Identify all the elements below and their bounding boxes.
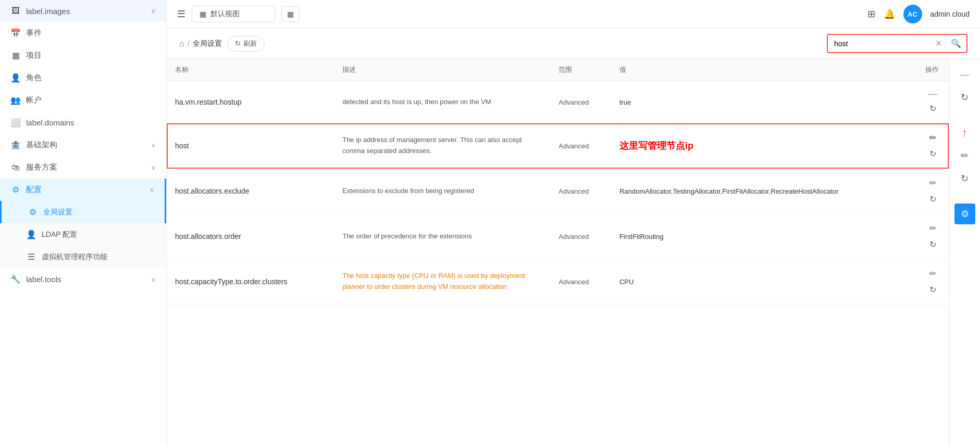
- chevron-down-icon: ∨: [151, 164, 156, 171]
- view-grid-icon: ▦: [200, 10, 206, 18]
- reset-button[interactable]: ↻: [925, 283, 940, 297]
- refresh-button[interactable]: ↻ 刷新: [227, 36, 265, 52]
- sidebar-item-label: 虚拟机管理程序功能: [42, 252, 107, 262]
- infrastructure-icon: 🏦: [10, 140, 21, 150]
- search-input[interactable]: [828, 36, 932, 52]
- sidebar: 🖼 label.images ∨ 📅 事件 ▦ 项目 👤 角色 👥 帐户 ⬜ l…: [0, 0, 167, 444]
- sidebar-item-label-images[interactable]: 🖼 label.images ∨: [0, 0, 166, 22]
- sidebar-item-service-plan[interactable]: 🛍 服务方案 ∨: [0, 156, 166, 179]
- right-red-arrow-button[interactable]: ↑: [954, 122, 975, 143]
- col-name: 名称: [167, 59, 334, 81]
- global-settings-icon: ⚙: [28, 207, 38, 217]
- reset-button[interactable]: ↻: [925, 237, 940, 251]
- ldap-icon: 👤: [26, 230, 36, 239]
- view-selector[interactable]: ▦ 默认视图: [192, 6, 275, 22]
- action-buttons: — ↻: [925, 88, 940, 116]
- sidebar-item-label: label.tools: [26, 275, 61, 284]
- setting-value: RandomAllocator,TestingAllocator,FirstFi…: [611, 169, 917, 214]
- table-row: host The ip address of management server…: [167, 123, 949, 169]
- action-cell: ✏ ↻: [917, 214, 949, 259]
- sidebar-item-label: 全局设置: [43, 208, 72, 217]
- view-selector-label: 默认视图: [210, 9, 240, 19]
- right-reset-button[interactable]: ↻: [954, 87, 975, 108]
- toolbar: ⌂ / 全局设置 ↻ 刷新 ✕ 🔍: [167, 29, 980, 59]
- service-plan-icon: 🛍: [10, 163, 21, 172]
- home-icon[interactable]: ⌂: [179, 39, 184, 48]
- setting-scope: Advanced: [550, 259, 611, 305]
- setting-key: host.allocators.exclude: [167, 169, 334, 214]
- right-dash-button[interactable]: —: [954, 64, 975, 85]
- reset-button[interactable]: ↻: [925, 192, 940, 206]
- action-buttons: ✏ ↻: [925, 131, 940, 161]
- sidebar-item-roles[interactable]: 👤 角色: [0, 67, 166, 89]
- sidebar-item-label: 项目: [26, 50, 42, 60]
- sidebar-item-label: 服务方案: [26, 162, 57, 172]
- right-edit-button[interactable]: ✏: [954, 145, 975, 166]
- accounts-icon: 👥: [10, 95, 21, 105]
- bell-icon[interactable]: 🔔: [884, 8, 895, 20]
- refresh-icon: ↻: [235, 40, 241, 47]
- sidebar-item-label-tools[interactable]: 🔧 label.tools ∨: [0, 268, 166, 290]
- edit-button[interactable]: ✏: [925, 131, 940, 145]
- refresh-label: 刷新: [243, 39, 257, 48]
- setting-key: ha.vm.restart.hostup: [167, 81, 334, 123]
- sidebar-item-label: LDAP 配置: [42, 230, 77, 239]
- setting-desc: Extensions to exclude from being registe…: [334, 169, 550, 214]
- action-cell: — ↻: [917, 81, 949, 123]
- events-icon: 📅: [10, 28, 21, 38]
- sidebar-item-projects[interactable]: ▦ 项目: [0, 44, 166, 67]
- search-container: ✕ 🔍: [827, 34, 967, 53]
- sidebar-item-label-domains[interactable]: ⬜ label.domains: [0, 111, 166, 134]
- chevron-down-icon: ∨: [151, 7, 156, 15]
- sidebar-item-ldap-config[interactable]: 👤 LDAP 配置: [0, 223, 166, 246]
- table-view-icon[interactable]: ▦: [281, 6, 300, 22]
- reset-button[interactable]: ↻: [925, 147, 940, 161]
- edit-button[interactable]: ✏: [925, 176, 940, 190]
- action-buttons: ✏ ↻: [925, 221, 940, 251]
- sidebar-item-infrastructure[interactable]: 🏦 基础架构 ∨: [0, 134, 166, 156]
- breadcrumb-current: 全局设置: [193, 39, 222, 48]
- setting-desc: detected and its host is up, then power …: [334, 81, 550, 123]
- action-buttons: ✏ ↻: [925, 267, 940, 297]
- setting-key: host.allocators.order: [167, 214, 334, 259]
- username-label[interactable]: admin cloud: [931, 10, 970, 18]
- reset-button[interactable]: ↻: [925, 102, 940, 116]
- sidebar-item-events[interactable]: 📅 事件: [0, 22, 166, 44]
- chevron-down-icon: ∨: [151, 276, 156, 283]
- table-row: host.allocators.order The order of prece…: [167, 214, 949, 259]
- sidebar-item-accounts[interactable]: 👥 帐户: [0, 89, 166, 111]
- setting-scope: Advanced: [550, 81, 611, 123]
- chevron-down-icon: ∨: [151, 142, 156, 149]
- sidebar-item-label: 基础架构: [26, 140, 57, 150]
- table-row: host.capacityType.to.order.clusters The …: [167, 259, 949, 305]
- roles-icon: 👤: [10, 73, 21, 83]
- right-reset2-button[interactable]: ↻: [954, 168, 975, 189]
- edit-button[interactable]: ✏: [925, 267, 940, 281]
- sidebar-item-label: 配置: [26, 185, 42, 195]
- projects-icon: ▦: [10, 50, 21, 60]
- header: ☰ ▦ 默认视图 ▦ ⊞ 🔔 AC admin cloud: [167, 0, 980, 29]
- sidebar-item-vm-manager[interactable]: ☰ 虚拟机管理程序功能: [0, 246, 166, 268]
- sidebar-item-config[interactable]: ⚙ 配置 ∧: [0, 179, 166, 201]
- header-icons: ⊞ 🔔 AC admin cloud: [867, 5, 970, 23]
- col-desc: 描述: [334, 59, 550, 81]
- domains-icon: ⬜: [10, 118, 21, 128]
- setting-value-annotation: 这里写管理节点ip: [611, 123, 917, 169]
- tools-icon: 🔧: [10, 274, 21, 284]
- search-clear-icon[interactable]: ✕: [932, 35, 945, 52]
- dash-icon[interactable]: —: [928, 88, 938, 99]
- col-scope: 范围: [550, 59, 611, 81]
- menu-toggle-icon[interactable]: ☰: [177, 8, 185, 20]
- sidebar-item-label: 事件: [26, 28, 42, 38]
- sidebar-sub-group: ⚙ 全局设置 👤 LDAP 配置 ☰ 虚拟机管理程序功能: [0, 201, 166, 268]
- search-button[interactable]: 🔍: [945, 35, 966, 52]
- setting-desc: The order of precedence for the extensio…: [334, 214, 550, 259]
- edit-button[interactable]: ✏: [925, 221, 940, 235]
- vm-manager-icon: ☰: [26, 252, 36, 262]
- avatar[interactable]: AC: [903, 5, 922, 23]
- settings-table: 名称 描述 范围 值 操作 ha.vm.restart.hostup detec…: [167, 59, 949, 305]
- main-content: ☰ ▦ 默认视图 ▦ ⊞ 🔔 AC admin cloud ⌂ / 全局设置: [167, 0, 980, 444]
- right-gear-button[interactable]: ⚙: [954, 204, 975, 224]
- sidebar-item-global-settings[interactable]: ⚙ 全局设置: [0, 201, 166, 223]
- add-icon[interactable]: ⊞: [867, 8, 875, 20]
